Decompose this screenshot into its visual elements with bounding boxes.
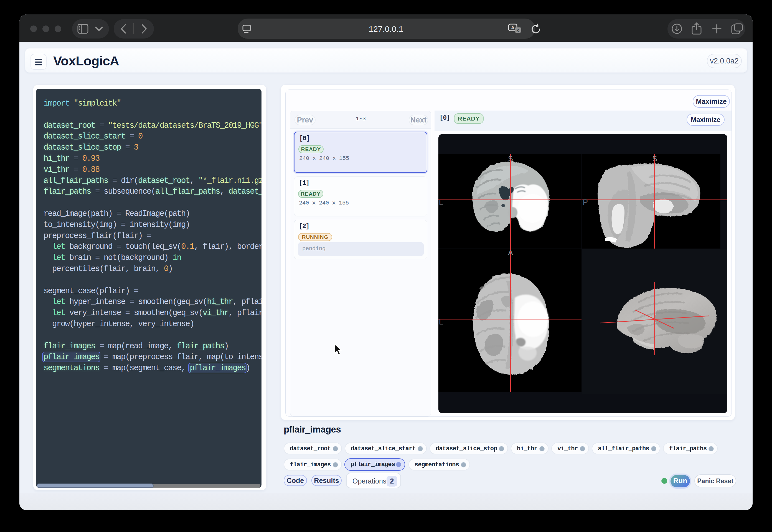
svg-text:x: x: [516, 28, 519, 32]
svg-text:A: A: [511, 25, 514, 30]
